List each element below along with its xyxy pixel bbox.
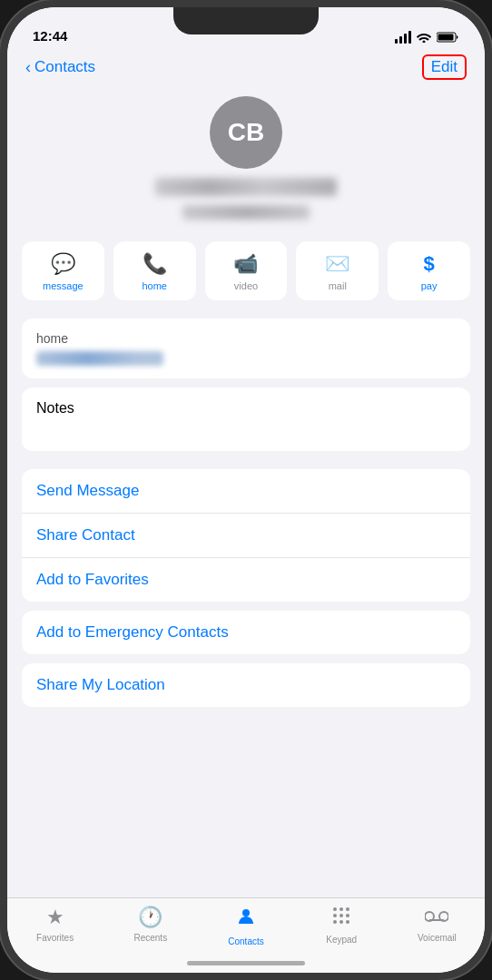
message-icon: 💬 — [51, 252, 75, 276]
svg-point-8 — [346, 914, 349, 917]
svg-point-7 — [339, 914, 343, 917]
tab-favorites[interactable]: ★ Favorites — [7, 906, 103, 943]
send-message-button[interactable]: Send Message — [22, 469, 470, 514]
mail-icon: ✉️ — [325, 252, 349, 276]
nav-bar: ‹ Contacts Edit — [7, 47, 485, 87]
svg-point-3 — [333, 907, 337, 911]
video-button[interactable]: 📹 video — [205, 241, 288, 300]
contact-header: CB — [7, 87, 485, 234]
mail-label: mail — [329, 280, 347, 291]
notch — [173, 7, 319, 34]
svg-point-2 — [242, 909, 250, 916]
recents-icon: 🕐 — [138, 906, 162, 929]
video-icon: 📹 — [233, 252, 258, 276]
svg-point-6 — [333, 914, 337, 917]
action-buttons-row: 💬 message 📞 home 📹 video ✉️ mail $ — [7, 234, 485, 300]
voicemail-icon — [425, 906, 448, 929]
scroll-content[interactable]: ‹ Contacts Edit CB 💬 mes — [7, 47, 485, 897]
phone-screen: 12:44 — [7, 7, 485, 973]
tab-keypad[interactable]: Keypad — [294, 906, 389, 945]
contacts-icon — [235, 906, 257, 933]
svg-point-4 — [339, 907, 343, 911]
pay-icon: $ — [423, 252, 434, 276]
tab-recents[interactable]: 🕐 Recents — [103, 906, 198, 943]
signal-icon — [395, 31, 411, 44]
contact-name-blurred — [155, 178, 337, 196]
video-label: video — [234, 280, 258, 291]
voicemail-label: Voicemail — [418, 933, 457, 943]
svg-point-11 — [346, 920, 349, 924]
edit-label: Edit — [431, 58, 458, 75]
contact-subtitle-blurred — [182, 205, 310, 220]
phone-frame: 12:44 — [0, 0, 492, 980]
chevron-left-icon: ‹ — [25, 58, 31, 77]
home-call-button[interactable]: 📞 home — [113, 241, 196, 300]
home-call-label: home — [142, 280, 167, 291]
tab-contacts[interactable]: Contacts — [198, 906, 293, 946]
share-location-button[interactable]: Share My Location — [22, 663, 470, 707]
contacts-label: Contacts — [228, 936, 263, 946]
action-list-1: Send Message Share Contact Add to Favori… — [22, 469, 470, 602]
svg-point-10 — [339, 920, 343, 924]
phone-icon: 📞 — [143, 252, 167, 276]
keypad-label: Keypad — [326, 935, 357, 945]
back-button[interactable]: ‹ Contacts — [25, 58, 95, 77]
status-time: 12:44 — [33, 28, 67, 44]
svg-point-9 — [333, 920, 337, 924]
action-list-2: Add to Emergency Contacts — [22, 611, 470, 654]
svg-rect-1 — [438, 34, 454, 41]
avatar: CB — [210, 96, 282, 169]
recents-label: Recents — [133, 933, 167, 943]
svg-point-5 — [346, 907, 349, 911]
svg-rect-14 — [429, 919, 444, 921]
share-contact-button[interactable]: Share Contact — [22, 514, 470, 558]
wifi-icon — [417, 32, 431, 43]
avatar-initials: CB — [228, 118, 264, 147]
home-info-label: home — [36, 331, 456, 346]
back-label: Contacts — [34, 58, 95, 76]
message-label: message — [43, 280, 84, 291]
home-indicator — [187, 961, 305, 965]
action-list-3: Share My Location — [22, 663, 470, 707]
pay-button[interactable]: $ pay — [388, 241, 470, 300]
favorites-icon: ★ — [46, 906, 64, 929]
battery-icon — [437, 32, 459, 43]
favorites-label: Favorites — [36, 933, 74, 943]
home-info-section: home — [22, 318, 470, 378]
status-icons — [395, 31, 459, 44]
keypad-icon — [331, 906, 351, 931]
emergency-contacts-button[interactable]: Add to Emergency Contacts — [22, 611, 470, 654]
message-button[interactable]: 💬 message — [22, 241, 104, 300]
edit-button[interactable]: Edit — [422, 54, 467, 80]
phone-number-blurred — [36, 351, 163, 366]
notes-section: Notes — [22, 387, 470, 451]
add-favorites-button[interactable]: Add to Favorites — [22, 558, 470, 602]
notes-label: Notes — [36, 400, 456, 416]
pay-label: pay — [421, 280, 438, 291]
tab-voicemail[interactable]: Voicemail — [389, 906, 485, 943]
mail-button[interactable]: ✉️ mail — [296, 241, 379, 300]
